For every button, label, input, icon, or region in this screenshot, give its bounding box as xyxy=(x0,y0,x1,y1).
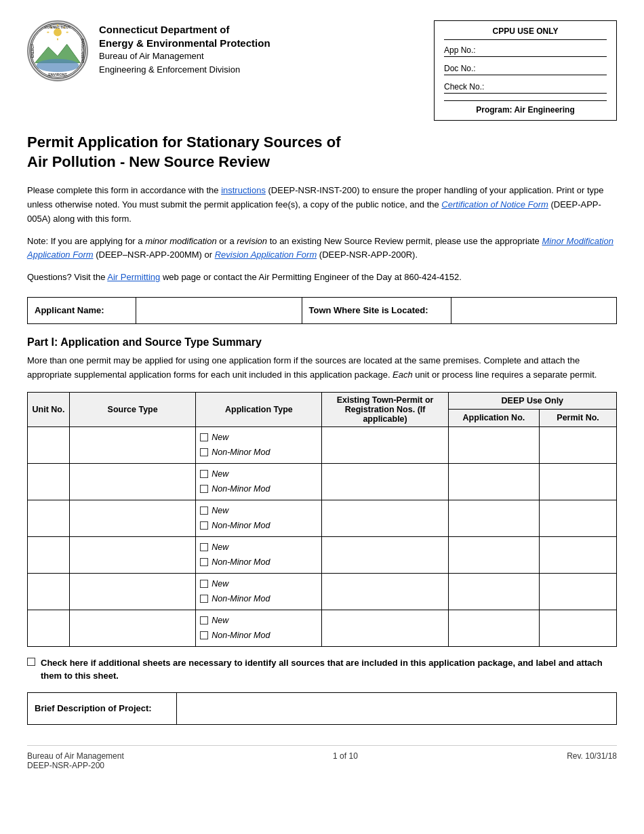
permit-no-cell[interactable] xyxy=(540,426,617,463)
town-value[interactable] xyxy=(451,298,617,323)
svg-text:ENVIRONT: ENVIRONT xyxy=(48,73,67,77)
part1-title: Part I: Application and Source Type Summ… xyxy=(27,336,617,349)
svg-text:ENVIRONMENT: ENVIRONMENT xyxy=(81,39,84,63)
unit-no-cell[interactable] xyxy=(28,426,70,463)
footer-right: Rev. 10/31/18 xyxy=(567,751,617,770)
page-footer: Bureau of Air Management DEEP-NSR-APP-20… xyxy=(27,745,617,770)
source-type-cell[interactable] xyxy=(70,573,196,610)
app-type-cell[interactable]: New Non-Minor Mod xyxy=(196,536,322,573)
applicant-name-label: Applicant Name: xyxy=(28,298,136,323)
nonminor-checkbox[interactable] xyxy=(200,558,208,566)
town-label: Town Where Site is Located: xyxy=(302,298,451,323)
new-checkbox[interactable] xyxy=(200,433,208,441)
existing-town-cell[interactable] xyxy=(322,426,448,463)
agency-info: Connecticut Department of Energy & Envir… xyxy=(99,20,270,76)
additional-sheets-note: Check here if additional sheets are nece… xyxy=(27,656,617,683)
app-type-cell[interactable]: New Non-Minor Mod xyxy=(196,500,322,536)
th-unit-no: Unit No. xyxy=(28,392,70,426)
agency-sub: Bureau of Air Management Engineering & E… xyxy=(99,49,270,76)
source-type-cell[interactable] xyxy=(70,500,196,536)
applicant-name-value[interactable] xyxy=(136,298,302,323)
existing-town-cell[interactable] xyxy=(322,463,448,500)
additional-sheets-checkbox[interactable] xyxy=(27,658,35,666)
existing-town-cell[interactable] xyxy=(322,573,448,610)
permit-no-cell[interactable] xyxy=(540,536,617,573)
unit-no-cell[interactable] xyxy=(28,610,70,646)
cppu-title: CPPU USE ONLY xyxy=(444,26,607,40)
unit-no-cell[interactable] xyxy=(28,536,70,573)
table-row: New Non-Minor Mod xyxy=(28,463,617,500)
nonminor-checkbox[interactable] xyxy=(200,521,208,530)
app-type-cell[interactable]: New Non-Minor Mod xyxy=(196,426,322,463)
th-application-no: Application No. xyxy=(448,410,539,427)
cppu-program: Program: Air Engineering xyxy=(444,100,607,115)
table-row: New Non-Minor Mod xyxy=(28,536,617,573)
app-no-field: App No.: xyxy=(444,45,607,57)
nonminor-checkbox[interactable] xyxy=(200,448,208,456)
nonminor-checkbox[interactable] xyxy=(200,631,208,639)
application-no-cell[interactable] xyxy=(448,463,539,500)
brief-desc-value[interactable] xyxy=(177,693,616,724)
th-permit-no: Permit No. xyxy=(540,410,617,427)
nonminor-checkbox[interactable] xyxy=(200,485,208,493)
intro-paragraph-2: Note: If you are applying for a minor mo… xyxy=(27,235,617,263)
source-type-cell[interactable] xyxy=(70,426,196,463)
agency-line1: Connecticut Department of Energy & Envir… xyxy=(99,23,270,49)
th-source-type: Source Type xyxy=(70,392,196,426)
existing-town-cell[interactable] xyxy=(322,500,448,536)
table-row: New Non-Minor Mod xyxy=(28,573,617,610)
intro-paragraph-3: Questions? Visit the Air Permitting web … xyxy=(27,271,617,285)
application-no-cell[interactable] xyxy=(448,573,539,610)
permit-no-cell[interactable] xyxy=(540,463,617,500)
svg-point-2 xyxy=(54,28,62,37)
source-type-cell[interactable] xyxy=(70,610,196,646)
new-checkbox[interactable] xyxy=(200,616,208,624)
revision-link[interactable]: Revision Application Form xyxy=(215,250,317,260)
table-row: New Non-Minor Mod xyxy=(28,500,617,536)
ct-logo: CONNECTICUT ENERGY ENVIRONMENT ENVIRONT xyxy=(27,20,88,81)
new-checkbox[interactable] xyxy=(200,470,208,478)
brief-description-box: Brief Description of Project: xyxy=(27,692,617,725)
doc-no-field: Doc No.: xyxy=(444,64,607,75)
th-app-type: Application Type xyxy=(196,392,322,426)
app-type-cell[interactable]: New Non-Minor Mod xyxy=(196,610,322,646)
unit-no-cell[interactable] xyxy=(28,463,70,500)
svg-point-10 xyxy=(37,59,79,73)
permit-no-cell[interactable] xyxy=(540,500,617,536)
permit-no-cell[interactable] xyxy=(540,573,617,610)
part1-description: More than one permit may be applied for … xyxy=(27,354,617,382)
source-type-cell[interactable] xyxy=(70,463,196,500)
existing-town-cell[interactable] xyxy=(322,536,448,573)
cert-notice-link[interactable]: Certification of Notice Form xyxy=(441,199,548,210)
th-existing-town: Existing Town-Permit or Registration Nos… xyxy=(322,392,448,426)
new-checkbox[interactable] xyxy=(200,580,208,588)
unit-no-cell[interactable] xyxy=(28,573,70,610)
air-permitting-link[interactable]: Air Permitting xyxy=(107,272,160,282)
new-checkbox[interactable] xyxy=(200,543,208,551)
footer-left: Bureau of Air Management DEEP-NSR-APP-20… xyxy=(27,751,124,770)
svg-text:CONNECTICUT: CONNECTICUT xyxy=(44,25,71,29)
instructions-link[interactable]: instructions xyxy=(221,185,266,195)
application-no-cell[interactable] xyxy=(448,426,539,463)
application-no-cell[interactable] xyxy=(448,536,539,573)
app-type-cell[interactable]: New Non-Minor Mod xyxy=(196,573,322,610)
applicant-row: Applicant Name: Town Where Site is Locat… xyxy=(27,297,617,324)
nonminor-checkbox[interactable] xyxy=(200,595,208,603)
header: CONNECTICUT ENERGY ENVIRONMENT ENVIRONT … xyxy=(27,20,617,121)
permit-table: Unit No. Source Type Application Type Ex… xyxy=(27,392,617,647)
footer-center: 1 of 10 xyxy=(333,751,358,770)
source-type-cell[interactable] xyxy=(70,536,196,573)
page-title: Permit Application for Stationary Source… xyxy=(27,133,617,172)
th-deep-use-only: DEEP Use Only xyxy=(448,392,616,410)
intro-paragraph-1: Please complete this form in accordance … xyxy=(27,184,617,226)
brief-desc-label: Brief Description of Project: xyxy=(28,693,177,724)
new-checkbox[interactable] xyxy=(200,507,208,515)
application-no-cell[interactable] xyxy=(448,500,539,536)
application-no-cell[interactable] xyxy=(448,610,539,646)
header-left: CONNECTICUT ENERGY ENVIRONMENT ENVIRONT … xyxy=(27,20,270,81)
existing-town-cell[interactable] xyxy=(322,610,448,646)
permit-no-cell[interactable] xyxy=(540,610,617,646)
app-type-cell[interactable]: New Non-Minor Mod xyxy=(196,463,322,500)
table-row: New Non-Minor Mod xyxy=(28,610,617,646)
unit-no-cell[interactable] xyxy=(28,500,70,536)
